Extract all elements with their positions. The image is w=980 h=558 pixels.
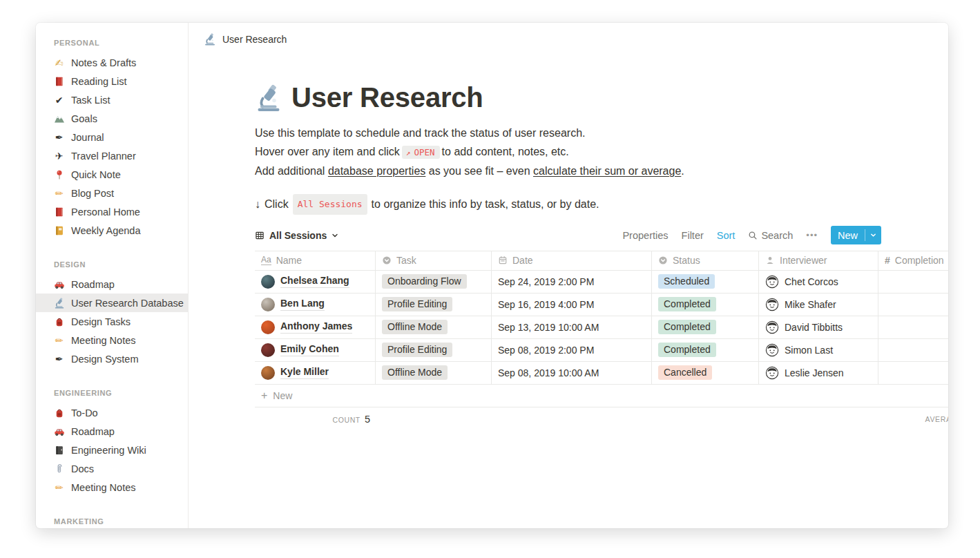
column-header-name[interactable]: AaName (255, 251, 376, 270)
name-cell[interactable]: Chelsea Zhang (255, 271, 376, 293)
sidebar-item-roadmap[interactable]: Roadmap (36, 275, 188, 294)
plus-icon: + (261, 390, 267, 401)
all-sessions-chip[interactable]: All Sessions (293, 194, 367, 215)
count-calculation[interactable]: COUNT 5 (255, 414, 376, 425)
toolbar-action-sort[interactable]: Sort (717, 230, 736, 241)
breadcrumb[interactable]: User Research (204, 33, 287, 46)
notion-window: PERSONAL✍Notes & DraftsReading List✔Task… (36, 23, 948, 528)
arrow-ne-icon: ↗ (406, 148, 411, 157)
sidebar-item-label: Meeting Notes (71, 482, 136, 493)
sidebar-item-label: Design Tasks (71, 316, 131, 327)
sidebar-item-meeting-notes[interactable]: ✏Meeting Notes (36, 478, 188, 497)
open-chip[interactable]: ↗OPEN (402, 146, 440, 159)
sidebar-item-blog-post[interactable]: ✏Blog Post (36, 184, 188, 202)
column-header-completion[interactable]: #Completion (878, 251, 948, 270)
sidebar-item-task-list[interactable]: ✔Task List (36, 90, 188, 109)
status-cell[interactable]: Completed (652, 339, 759, 361)
sidebar-item-to-do[interactable]: To-Do (36, 403, 188, 422)
sidebar-item-reading-list[interactable]: Reading List (36, 72, 188, 90)
sidebar-item-quick-note[interactable]: Quick Note (36, 165, 188, 184)
sidebar-item-goals[interactable]: Goals (36, 109, 188, 128)
interviewer-cell[interactable]: Leslie Jensen (759, 362, 878, 384)
date-cell[interactable]: Sep 08, 2019 2:00 PM (492, 339, 652, 361)
breadcrumb-title[interactable]: User Research (222, 34, 287, 45)
column-header-date[interactable]: Date (492, 251, 652, 270)
completion-cell[interactable] (878, 339, 948, 361)
table-row[interactable]: Ben LangProfile EditingSep 16, 2019 4:00… (255, 294, 948, 316)
new-button-label[interactable]: New (831, 226, 865, 244)
status-cell[interactable]: Completed (652, 316, 759, 338)
name-text[interactable]: Kyle Miller (280, 366, 329, 379)
column-header-status[interactable]: Status (652, 251, 759, 270)
table-row[interactable]: Chelsea ZhangOnboarding FlowSep 24, 2019… (255, 271, 948, 294)
status-cell[interactable]: Scheduled (652, 271, 759, 293)
backpack-icon (53, 407, 65, 418)
name-text[interactable]: Anthony James (280, 320, 352, 334)
microscope-icon[interactable] (255, 84, 282, 112)
completion-cell[interactable] (878, 316, 948, 338)
date-cell[interactable]: Sep 13, 2019 10:00 AM (492, 316, 652, 338)
name-cell[interactable]: Emily Cohen (255, 339, 376, 361)
sidebar-item-user-research-database[interactable]: User Research Database (36, 294, 188, 312)
status-cell[interactable]: Cancelled (652, 362, 759, 384)
sidebar-item-notes-drafts[interactable]: ✍Notes & Drafts (36, 53, 188, 72)
interviewer-cell[interactable]: Mike Shafer (759, 294, 878, 316)
toolbar-action-properties[interactable]: Properties (622, 230, 668, 241)
date-cell[interactable]: Sep 16, 2019 4:00 PM (492, 294, 652, 316)
sidebar-item-label: Weekly Agenda (71, 225, 141, 236)
sidebar-item-docs[interactable]: Docs (36, 459, 188, 478)
sidebar-item-travel-planner[interactable]: ✈Travel Planner (36, 146, 188, 165)
completion-cell[interactable] (878, 362, 948, 384)
link-database-properties[interactable]: database properties (328, 165, 425, 177)
sidebar-item-label: Blog Post (71, 188, 114, 199)
new-button-caret[interactable] (865, 226, 881, 244)
column-header-label: Status (673, 255, 700, 266)
date-cell[interactable]: Sep 24, 2019 2:00 PM (492, 271, 652, 293)
completion-cell[interactable] (878, 294, 948, 316)
column-header-interviewer[interactable]: Interviewer (759, 251, 878, 270)
task-cell[interactable]: Offline Mode (376, 316, 492, 338)
sidebar-item-label: Journal (71, 132, 104, 143)
sidebar-item-engineering-wiki[interactable]: Engineering Wiki (36, 441, 188, 459)
name-text[interactable]: Chelsea Zhang (280, 275, 349, 288)
name-cell[interactable]: Kyle Miller (255, 362, 376, 384)
link-calculate-sum-average[interactable]: calculate their sum or average (533, 165, 681, 177)
name-cell[interactable]: Anthony James (255, 316, 376, 338)
add-row-button[interactable]: + New (255, 385, 948, 407)
interviewer-cell[interactable]: Simon Last (759, 339, 878, 361)
date-cell[interactable]: Sep 08, 2019 10:00 AM (492, 362, 652, 384)
interviewer-cell[interactable]: Chet Corcos (759, 271, 878, 293)
sidebar-item-weekly-agenda[interactable]: Weekly Agenda (36, 221, 188, 240)
name-text[interactable]: Emily Cohen (280, 343, 339, 356)
column-header-label: Name (276, 255, 302, 266)
sidebar-item-meeting-notes[interactable]: ✏Meeting Notes (36, 331, 188, 349)
toolbar-action-filter[interactable]: Filter (682, 230, 704, 241)
name-cell[interactable]: Ben Lang (255, 294, 376, 316)
status-cell[interactable]: Completed (652, 294, 759, 316)
sidebar-item-roadmap[interactable]: Roadmap (36, 422, 188, 441)
sidebar-item-design-tasks[interactable]: Design Tasks (36, 312, 188, 331)
sidebar-item-journal[interactable]: ✒Journal (36, 128, 188, 146)
view-selector[interactable]: All Sessions (255, 230, 338, 241)
search-label: Search (761, 230, 793, 241)
table-row[interactable]: Emily CohenProfile EditingSep 08, 2019 2… (255, 339, 948, 362)
sidebar-item-design-system[interactable]: ✒Design System (36, 349, 188, 368)
table-row[interactable]: Anthony JamesOffline ModeSep 13, 2019 10… (255, 316, 948, 339)
search-button[interactable]: Search (748, 230, 793, 241)
more-options-button[interactable]: ••• (806, 230, 818, 240)
notebook-icon (53, 444, 65, 456)
page-title-text: User Research (291, 82, 483, 113)
task-cell[interactable]: Profile Editing (376, 294, 492, 316)
column-header-label: Interviewer (780, 255, 827, 266)
average-calculation[interactable]: AVERAGE (878, 415, 948, 423)
task-cell[interactable]: Profile Editing (376, 339, 492, 361)
new-button[interactable]: New (831, 226, 881, 244)
completion-cell[interactable] (878, 271, 948, 293)
column-header-task[interactable]: Task (376, 251, 492, 270)
task-cell[interactable]: Offline Mode (376, 362, 492, 384)
task-cell[interactable]: Onboarding Flow (376, 271, 492, 293)
interviewer-cell[interactable]: David Tibbitts (759, 316, 878, 338)
table-row[interactable]: Kyle MillerOffline ModeSep 08, 2019 10:0… (255, 362, 948, 385)
name-text[interactable]: Ben Lang (280, 298, 325, 311)
sidebar-item-personal-home[interactable]: Personal Home (36, 202, 188, 221)
